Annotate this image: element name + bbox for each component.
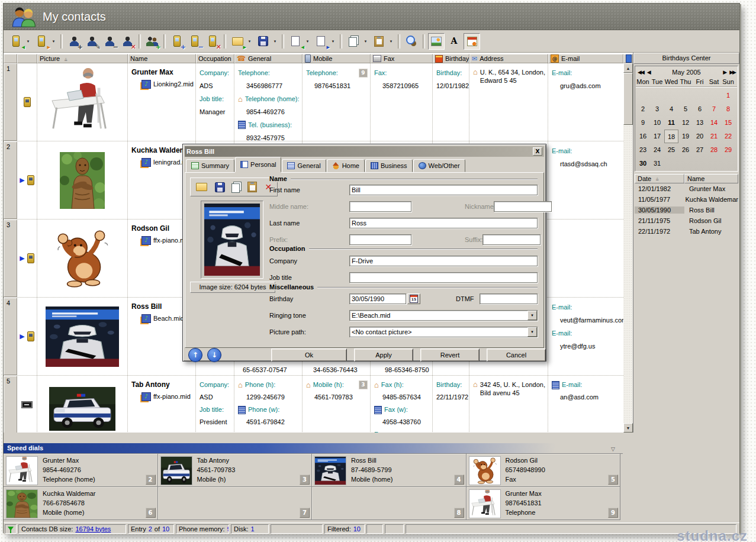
speed-dial-cell-7[interactable]: 7 bbox=[158, 487, 313, 520]
next-contact-button[interactable]: ↓ bbox=[207, 348, 221, 362]
calendar-day[interactable]: 7 bbox=[707, 102, 721, 116]
vertical-scrollbar[interactable]: ▲ ▼ bbox=[623, 63, 633, 433]
prev-month-button[interactable]: ◀ bbox=[645, 69, 652, 75]
job-title-input[interactable] bbox=[349, 272, 538, 283]
occupation-column-header[interactable]: Occupation bbox=[196, 54, 234, 63]
get-from-phone-button[interactable]: ▸ bbox=[33, 33, 50, 50]
copy-button[interactable] bbox=[345, 33, 362, 50]
calendar-day[interactable]: 6 bbox=[693, 102, 707, 116]
birthday-cell[interactable]: Birthday: 22/11/1972 bbox=[433, 376, 469, 433]
remove-phone-button[interactable]: − bbox=[186, 33, 203, 50]
delete-contact-button[interactable]: ✕ bbox=[119, 33, 136, 50]
picture-column-header[interactable]: Picture ▲ bbox=[37, 54, 128, 63]
birthday-list-row[interactable]: 30/05/1990Ross Bill bbox=[635, 205, 738, 215]
calendar-day[interactable]: 26 bbox=[678, 143, 693, 157]
occupation-cell[interactable]: Company: ADS Job title: Manager bbox=[196, 63, 234, 141]
speed-dial-cell-8[interactable]: 8 bbox=[312, 487, 467, 520]
mobile-cell[interactable]: ⌂Mobile (h):3 4561-709783 bbox=[303, 376, 371, 433]
apply-button[interactable]: Apply bbox=[354, 349, 413, 362]
speed-dial-cell-6[interactable]: Kuchka Waldemar766-67854678Mobile (home)… bbox=[4, 487, 158, 520]
paste-dropdown[interactable]: ▼ bbox=[388, 34, 394, 49]
tab-web-other[interactable]: Web/Other bbox=[413, 159, 465, 172]
email-cell[interactable]: E-mail: veut@farmaminus.com E-mail: ytre… bbox=[548, 298, 623, 375]
email-cell[interactable]: E-mail: an@asd.com bbox=[548, 376, 623, 433]
birthday-column-header[interactable]: Birthday bbox=[433, 54, 469, 63]
fax-cell[interactable]: ⌂Fax (h): 9485-857634 Fax (w): 4958-4387… bbox=[371, 376, 433, 433]
tab-personal[interactable]: Personal bbox=[235, 157, 281, 172]
open-file-button[interactable]: ▸ bbox=[229, 33, 246, 50]
calendar-day[interactable]: 13 bbox=[693, 116, 707, 130]
email-cell[interactable]: E-mail: rtasd@sdsaq.ch bbox=[548, 141, 623, 219]
search-button[interactable] bbox=[403, 33, 420, 50]
calendar-day[interactable]: 17 bbox=[650, 130, 664, 143]
collapse-icon[interactable]: ▽ bbox=[611, 444, 615, 454]
toggle-font-button[interactable]: A bbox=[446, 33, 462, 50]
calendar-day[interactable]: 16 bbox=[636, 130, 650, 143]
calendar-day[interactable]: 4 bbox=[664, 102, 678, 116]
name-cell[interactable]: Grunter Max ♪Lionking2.mid bbox=[128, 63, 196, 141]
calendar-day[interactable]: 24 bbox=[650, 143, 664, 157]
middle-name-input[interactable] bbox=[349, 201, 411, 212]
save-file-dropdown[interactable]: ▼ bbox=[272, 34, 278, 49]
next-year-button[interactable]: ▶▶ bbox=[728, 69, 737, 75]
edit-contact-button[interactable]: ✎ bbox=[83, 33, 100, 50]
copy-picture-icon[interactable] bbox=[231, 183, 240, 193]
calendar-day[interactable]: 29 bbox=[721, 143, 735, 157]
add-contact-button[interactable]: + bbox=[66, 33, 82, 50]
speed-dial-cell-5[interactable]: Rodson Gil65748948990Fax5 bbox=[467, 454, 621, 487]
suffix-input[interactable] bbox=[482, 234, 541, 245]
calendar-picker-button[interactable]: 15 bbox=[407, 293, 420, 304]
first-name-input[interactable] bbox=[349, 185, 538, 195]
address-column-header[interactable]: ✉Address bbox=[469, 54, 548, 63]
calendar-day[interactable]: 19 bbox=[678, 130, 693, 143]
copy-dropdown[interactable]: ▼ bbox=[362, 34, 369, 49]
send-to-phone-dropdown[interactable]: ▼ bbox=[25, 34, 31, 49]
chevron-down-icon[interactable]: ▼ bbox=[527, 327, 537, 337]
calendar-day[interactable]: 2 bbox=[636, 102, 650, 116]
calendar-day[interactable]: 27 bbox=[693, 143, 707, 157]
address-cell[interactable]: ⌂342 45, U. K., London, Bild avenu 45 bbox=[469, 376, 548, 433]
calendar-day[interactable]: 14 bbox=[707, 116, 721, 130]
fax-cell[interactable]: Fax: 3587210965 bbox=[371, 63, 433, 141]
speed-dial-cell-2[interactable]: Grunter Max9854-469276Telephone (home)2 bbox=[4, 454, 158, 487]
contact-picture-cell[interactable] bbox=[37, 298, 128, 375]
remove-contact-button[interactable]: − bbox=[101, 33, 118, 50]
row-number-column-header[interactable] bbox=[4, 54, 17, 63]
calendar-day[interactable]: 28 bbox=[707, 143, 721, 157]
import-button[interactable]: ◂ bbox=[287, 33, 304, 50]
contact-picture-cell[interactable] bbox=[37, 220, 128, 297]
calendar-day[interactable]: 20 bbox=[693, 130, 707, 143]
import-dropdown[interactable]: ▼ bbox=[304, 34, 311, 49]
toggle-pictures-button[interactable] bbox=[428, 33, 445, 50]
db-size-link[interactable]: 16794 bytes bbox=[75, 525, 111, 533]
revert-button[interactable]: Revert bbox=[420, 349, 480, 362]
web-column-header-stub[interactable] bbox=[623, 54, 633, 63]
birthday-list-row[interactable]: 21/11/1975Rodson Gil bbox=[635, 215, 738, 226]
contact-picture-cell[interactable] bbox=[37, 141, 128, 219]
vertical-scroll-thumb[interactable] bbox=[623, 73, 633, 125]
general-column-header[interactable]: ☎General bbox=[234, 54, 303, 63]
email-column-header[interactable]: @E-mail bbox=[548, 54, 623, 63]
calendar-day[interactable]: 25 bbox=[664, 143, 678, 157]
export-button[interactable]: ▸ bbox=[313, 33, 329, 50]
email-cell[interactable]: E-mail: gru@ads.com bbox=[548, 63, 623, 141]
calendar-day[interactable]: 31 bbox=[650, 157, 664, 170]
scroll-up-button[interactable]: ▲ bbox=[623, 63, 633, 73]
indicator-column-header[interactable] bbox=[17, 54, 37, 63]
birthday-list-row[interactable]: 11/05/1977Kuchka Waldemar bbox=[635, 194, 738, 205]
date-column-header[interactable]: Date▲ bbox=[635, 174, 684, 183]
picture-path-combo[interactable]: <No contact picture>▼ bbox=[349, 327, 538, 337]
open-file-dropdown[interactable]: ▼ bbox=[246, 34, 253, 49]
prefix-input[interactable] bbox=[349, 234, 411, 245]
calendar-day[interactable]: 1 bbox=[721, 89, 735, 102]
delete-phone-button[interactable]: ✕ bbox=[204, 33, 221, 50]
calendar-day[interactable]: 9 bbox=[636, 116, 650, 130]
speed-dial-cell-3[interactable]: Tab Antony4561-709783Mobile (h)3 bbox=[158, 454, 313, 487]
name-column-header[interactable]: Name bbox=[128, 54, 196, 63]
calendar-day[interactable]: 5 bbox=[678, 102, 693, 116]
table-row[interactable]: 1 Grunter Max ♪Lionking2.mid Company: bbox=[4, 63, 623, 141]
occupation-cell[interactable]: Company: ASD Job title: President bbox=[196, 376, 234, 433]
email-cell[interactable] bbox=[548, 220, 623, 297]
contact-picture-cell[interactable] bbox=[37, 63, 128, 141]
calendar-day[interactable]: 23 bbox=[636, 143, 650, 157]
